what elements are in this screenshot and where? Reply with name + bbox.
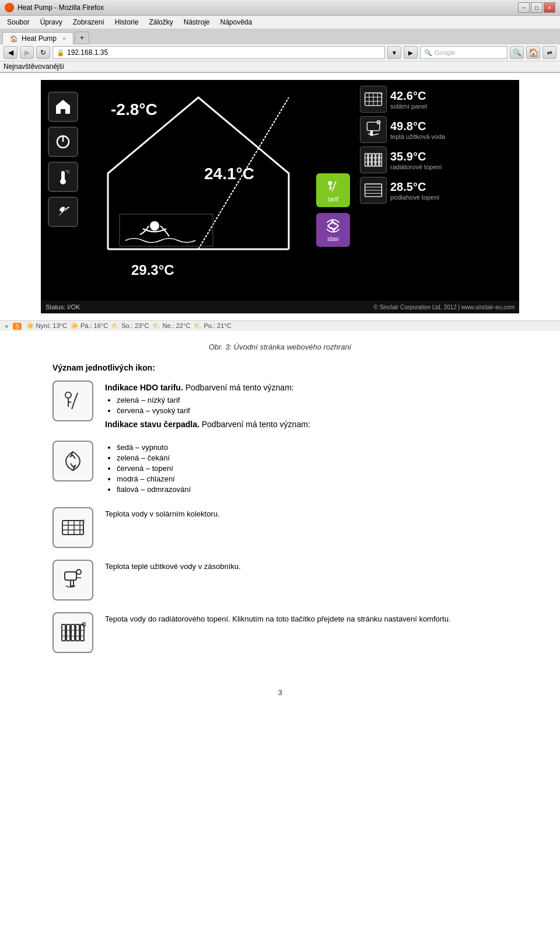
tab-close-icon[interactable]: × [62,36,66,42]
pump-bullet-gray: šedá – vypnuto [117,443,508,452]
left-sidebar-icons: °C [48,92,78,227]
maximize-button[interactable]: □ [531,2,542,13]
radiator-desc: Tepota vody do radiátorového topení. Kli… [105,615,508,623]
svg-rect-51 [76,624,79,641]
power-nav-icon[interactable] [48,127,78,157]
copyright-text: © Sinclair Corporation Ltd, 2012 | www.s… [373,304,514,310]
svg-point-34 [65,392,71,398]
tab-icon: 🏠 [10,35,18,43]
svg-line-37 [72,393,78,409]
heatpump-ui: °C [41,80,519,313]
menu-historie[interactable]: Historie [110,17,144,27]
temp-nav-icon[interactable]: °C [48,162,78,192]
svg-rect-52 [80,624,84,641]
svg-rect-45 [65,572,76,580]
search-engine-icon: 🔍 [424,49,432,57]
hotwater-label: teplá užitková voda [390,133,445,140]
new-tab-button[interactable]: + [75,32,89,44]
pump-doc-svg [60,448,86,474]
hotwater-reading: 49.8°C teplá užitková voda [360,116,514,143]
svg-rect-48 [62,624,65,641]
pump-bullet-violet: fialová – odmrazování [117,485,508,494]
weather-fri: ☀️ Pá.: 16°C [71,322,108,330]
menu-zobrazeni[interactable]: Zobrazení [68,17,109,27]
svg-point-47 [76,570,81,574]
svg-rect-25 [372,153,375,166]
tarif-button[interactable]: tarif [316,173,350,207]
pool-temp: 29.3°C [131,262,174,278]
address-input[interactable]: 🔒 192.168.1.35 [52,46,385,59]
tab-label: Heat Pump [22,34,57,43]
pump-desc-block: šedá – vypnuto zelená – čekání červená –… [105,441,508,495]
menu-zalozky[interactable]: Záložky [144,17,177,27]
sync-button[interactable]: ⇄ [542,46,556,59]
back-button[interactable]: ◀ [4,46,18,59]
svg-rect-23 [365,153,368,166]
weather-sat: ⛅ So.: 23°C [111,322,149,330]
solar-label: solární panel [390,103,427,110]
tarif-icon-row: Indikace HDO tarifu. Podbarvení má tento… [52,381,508,429]
water-icon-box [52,560,93,601]
page-number: 3 [0,676,560,708]
window-controls: − □ × [518,2,555,13]
svg-point-8 [150,221,159,231]
forward-button[interactable]: ▶ [20,46,34,59]
close-icon: × [5,323,8,330]
svg-text:✳: ✳ [81,518,86,524]
menu-nastroje[interactable]: Nástroje [179,17,215,27]
radiator-reading: 35.9°C radiátorové topení [360,146,514,173]
home-nav-icon[interactable] [48,92,78,122]
svg-line-12 [332,181,336,191]
wrench-svg [54,203,72,221]
outdoor-temp: -2.8°C [111,100,158,119]
solar-icon-row: ✳ Teplota vody v solárním kolektoru. [52,507,508,548]
active-tab[interactable]: 🏠 Heat Pump × [2,32,74,44]
pump-bullet-blue: modrá – chlazení [117,474,508,483]
radiator-desc-block: Tepota vody do radiátorového topení. Kli… [105,612,508,626]
home-button[interactable]: 🏠 [526,46,540,59]
solar-desc: Teplota vody v solárním kolektoru. [105,509,508,518]
wrench-nav-icon[interactable] [48,197,78,227]
tarif-bullets: zelená – nízký tarif červená – vysoký ta… [117,396,508,415]
address-text: 192.168.1.35 [67,48,108,57]
bookmark-item[interactable]: Nejnavštěvovanější [4,62,64,71]
menu-upravy[interactable]: Úpravy [36,17,67,27]
figure-caption: Obr. 3: Úvodní stránka webového rozhraní [52,343,508,351]
search-input[interactable]: 🔍 Google [420,46,508,59]
reload-button[interactable]: ↻ [36,46,50,59]
minimize-button[interactable]: − [518,2,530,13]
svg-rect-46 [71,580,74,586]
svg-rect-7 [120,214,213,246]
menu-napoveda[interactable]: Nápověda [215,17,257,27]
go-button[interactable]: ▼ [387,46,401,59]
radiator-icon-row: Tepota vody do radiátorového topení. Kli… [52,612,508,653]
search-go-button[interactable]: 🔍 [510,46,524,59]
solar-reading: ✳ 42.6°C solární panel [360,86,514,113]
radiator-reading-icon [360,146,387,173]
go-right-button[interactable]: ▶ [404,46,418,59]
weather-now: ☀️ Nyní: 13°C [26,322,67,330]
floor-reading-info: 28.5°C podlahové topení [390,180,439,201]
hotwater-value: 49.8°C [390,120,445,133]
tap-svg [363,119,384,140]
close-button[interactable]: × [544,2,555,13]
status-text: Status: I/OK [46,303,80,310]
floor-label: podlahové topení [390,194,439,201]
power-svg [54,132,72,151]
menu-soubor[interactable]: Soubor [2,17,34,27]
stav-button[interactable]: stav [316,213,350,247]
ui-status-bar: Status: I/OK © Sinclair Corporation Ltd,… [41,301,519,313]
solar-value: 42.6°C [390,89,427,103]
floor-reading-icon [360,177,387,204]
tarif-icon-box [52,381,93,421]
tarif-label: tarif [328,196,338,203]
tarif-podbarveni-text: Podbarvení má tento význam: [186,383,294,392]
svg-rect-26 [376,153,379,166]
pump-bullets: šedá – vypnuto zelená – čekání červená –… [117,443,508,494]
svg-rect-27 [380,153,382,166]
solar-reading-info: 42.6°C solární panel [390,89,427,110]
radiator-doc-svg [60,620,86,645]
radiator-svg [363,149,384,170]
solar-icon-box: ✳ [52,507,93,548]
svg-rect-24 [369,153,372,166]
